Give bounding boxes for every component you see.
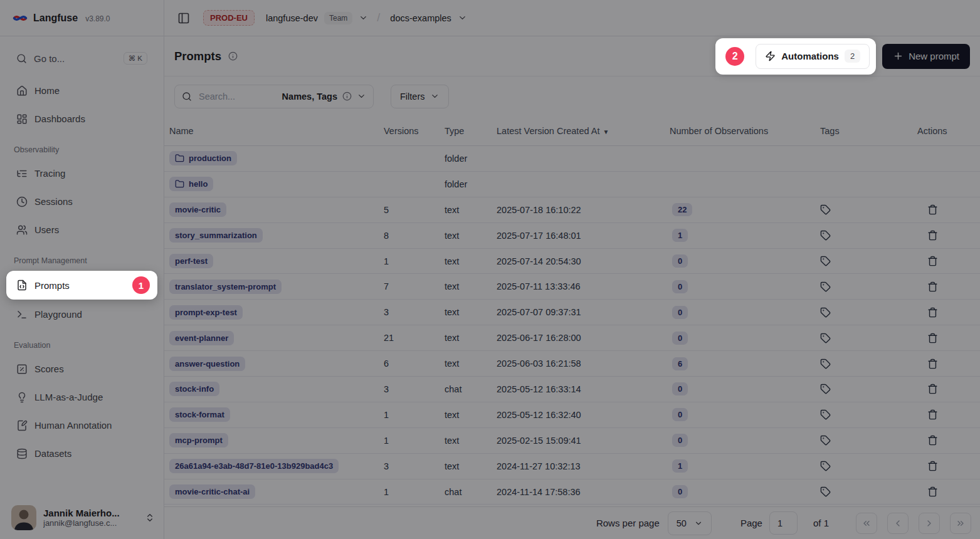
next-page-button[interactable] [919, 513, 940, 534]
user-meta: Jannik Maierho... jannik@langfuse.c... [43, 508, 138, 528]
prompt-link[interactable]: mcp-prompt [169, 433, 228, 447]
name-cell: event-planner [164, 331, 379, 345]
prompt-link[interactable]: movie-critic [169, 202, 226, 217]
sidebar-item-label: Tracing [34, 168, 65, 179]
column-header-latest-version-created-at[interactable]: Latest Version Created At▼ [492, 126, 665, 136]
prompt-link[interactable]: story_summarization [169, 228, 263, 243]
table-row: perf-test1text2025-07-14 20:54:300 [164, 249, 980, 275]
trash-icon[interactable] [927, 461, 938, 471]
observations-cell: 0 [665, 332, 815, 345]
tag-icon[interactable] [820, 256, 831, 266]
type-cell: text [440, 281, 492, 291]
column-header-actions[interactable]: Actions [912, 126, 980, 136]
org-name[interactable]: langfuse-dev [266, 13, 318, 23]
trash-icon[interactable] [927, 384, 938, 394]
sidebar-item-users[interactable]: Users [0, 216, 164, 244]
rows-per-page-select[interactable]: 50 [668, 511, 712, 535]
trash-icon[interactable] [927, 486, 938, 497]
page-number-input[interactable] [769, 511, 798, 535]
search-scope-select[interactable]: Names, Tags [282, 92, 366, 102]
previous-page-button[interactable] [887, 513, 909, 534]
trash-icon[interactable] [927, 358, 938, 369]
tag-icon[interactable] [820, 384, 831, 394]
column-header-type[interactable]: Type [440, 126, 492, 136]
trash-icon[interactable] [927, 204, 938, 215]
type-cell: text [440, 231, 492, 241]
prompt-link[interactable]: translator_system-prompt [169, 280, 282, 294]
tag-icon[interactable] [820, 230, 831, 241]
main: PROD-EU langfuse-dev Team / docs-example… [164, 0, 980, 539]
observations-count-badge: 1 [672, 459, 688, 473]
goto-label: Go to... [34, 53, 65, 64]
column-header-versions[interactable]: Versions [379, 126, 440, 136]
folder-link[interactable]: production [169, 151, 237, 165]
sidebar-item-playground[interactable]: Playground [0, 300, 164, 328]
prompt-link[interactable]: perf-test [169, 254, 213, 268]
search-input[interactable] [198, 91, 277, 102]
type-cell: text [440, 358, 492, 369]
tag-icon[interactable] [820, 281, 831, 292]
goto-search[interactable]: Go to... ⌘ K [6, 46, 157, 70]
column-header-tags[interactable]: Tags [815, 126, 912, 136]
sidebar-item-label: Scores [34, 364, 64, 374]
new-prompt-button[interactable]: New prompt [882, 44, 970, 69]
prompt-link[interactable]: answer-question [169, 357, 245, 371]
trash-icon[interactable] [927, 256, 938, 266]
prompt-link[interactable]: event-planner [169, 331, 234, 345]
info-icon[interactable] [228, 51, 238, 61]
trash-icon[interactable] [927, 409, 938, 420]
actions-cell [912, 281, 980, 292]
actions-cell [912, 307, 980, 318]
tag-icon[interactable] [820, 486, 831, 497]
prompt-link[interactable]: stock-format [169, 407, 230, 422]
automations-button[interactable]: Automations 2 [756, 44, 870, 69]
type-cell: chat [440, 384, 492, 394]
column-header-name[interactable]: Name [164, 126, 379, 136]
user-menu[interactable]: Jannik Maierho... jannik@langfuse.c... [0, 498, 164, 539]
versions-cell: 1 [379, 410, 440, 420]
sidebar-item-sessions[interactable]: Sessions [0, 187, 164, 216]
sidebar-item-human-annotation[interactable]: Human Annotation [0, 411, 164, 439]
tag-icon[interactable] [820, 409, 831, 420]
search-icon [16, 53, 27, 64]
prompt-name: production [189, 154, 231, 163]
sidebar-item-dashboards[interactable]: Dashboards [0, 105, 164, 133]
tag-icon[interactable] [820, 307, 831, 318]
prompt-link[interactable]: stock-info [169, 382, 219, 396]
project-chevron-down-icon[interactable] [458, 13, 467, 23]
environment-badge[interactable]: PROD-EU [203, 10, 255, 26]
shortcut-kbd: ⌘ K [124, 52, 147, 65]
sidebar-item-scores[interactable]: Scores [0, 355, 164, 383]
sidebar-item-prompts[interactable]: Prompts1 [6, 271, 157, 300]
prompt-link[interactable]: movie-critic-chat-ai [169, 484, 255, 499]
trash-icon[interactable] [927, 435, 938, 446]
sidebar-toggle-button[interactable] [174, 9, 193, 28]
trash-icon[interactable] [927, 230, 938, 241]
sidebar-item-tracing[interactable]: Tracing [0, 159, 164, 187]
trash-icon[interactable] [927, 333, 938, 343]
section-label: Observability [0, 133, 164, 159]
last-page-button[interactable] [950, 513, 971, 534]
column-header-number-of-observations[interactable]: Number of Observations [665, 126, 815, 136]
folder-link[interactable]: hello [169, 177, 213, 191]
chevrons-up-down-icon [145, 513, 155, 523]
sidebar-item-datasets[interactable]: Datasets [0, 439, 164, 468]
tag-icon[interactable] [820, 435, 831, 446]
tag-icon[interactable] [820, 204, 831, 215]
org-chevron-down-icon[interactable] [359, 13, 368, 23]
project-name[interactable]: docs-examples [390, 13, 451, 23]
tag-icon[interactable] [820, 358, 831, 369]
tag-icon[interactable] [820, 333, 831, 343]
prompt-link[interactable]: prompt-exp-test [169, 305, 243, 320]
table-toolbar: Names, Tags Filters [164, 76, 980, 116]
prompt-link[interactable]: 26a61a94-e3ab-48d7-81e0-13b929bad4c3 [169, 459, 339, 473]
trash-icon[interactable] [927, 281, 938, 292]
sidebar-item-llm-as-a-judge[interactable]: LLM-as-a-Judge [0, 383, 164, 411]
tag-icon[interactable] [820, 461, 831, 471]
first-page-button[interactable] [856, 513, 877, 534]
column-label: Latest Version Created At [497, 126, 599, 136]
trash-icon[interactable] [927, 307, 938, 318]
filters-button[interactable]: Filters [391, 85, 449, 108]
sidebar-item-home[interactable]: Home [0, 76, 164, 105]
created-at-cell: 2024-11-14 17:58:36 [492, 487, 665, 497]
